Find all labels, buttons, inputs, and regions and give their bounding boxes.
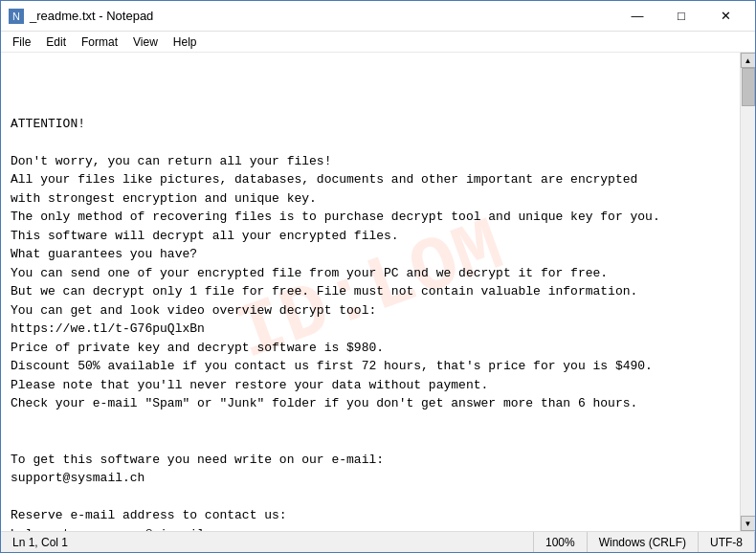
maximize-button[interactable]: □ <box>659 1 703 32</box>
status-line-ending: Windows (CRLF) <box>588 532 699 552</box>
app-icon: N <box>9 9 24 24</box>
status-bar: Ln 1, Col 1 100% Windows (CRLF) UTF-8 <box>1 531 755 552</box>
minimize-button[interactable]: — <box>615 1 659 32</box>
menu-format[interactable]: Format <box>74 33 125 51</box>
status-encoding: UTF-8 <box>699 532 755 552</box>
menu-edit[interactable]: Edit <box>38 33 74 51</box>
status-zoom: 100% <box>534 532 588 552</box>
scroll-down-arrow[interactable]: ▼ <box>741 516 756 531</box>
window-title: _readme.txt - Notepad <box>30 9 615 23</box>
vertical-scrollbar[interactable]: ▲ ▼ <box>740 53 755 531</box>
document-text: ATTENTION! Don't worry, you can return a… <box>11 115 730 532</box>
content-area: ID:LOM ATTENTION! Don't worry, you can r… <box>1 53 755 531</box>
menu-help[interactable]: Help <box>166 33 205 51</box>
scroll-track[interactable] <box>741 68 755 516</box>
text-editor[interactable]: ID:LOM ATTENTION! Don't worry, you can r… <box>1 53 740 531</box>
title-bar: N _readme.txt - Notepad — □ ✕ <box>1 1 755 32</box>
menu-view[interactable]: View <box>125 33 166 51</box>
window-controls: — □ ✕ <box>615 1 747 32</box>
scroll-thumb[interactable] <box>742 68 755 106</box>
close-button[interactable]: ✕ <box>703 1 747 32</box>
menu-bar: File Edit Format View Help <box>1 32 755 53</box>
scroll-up-arrow[interactable]: ▲ <box>741 53 756 68</box>
status-position: Ln 1, Col 1 <box>1 532 534 552</box>
menu-file[interactable]: File <box>5 33 38 51</box>
notepad-window: N _readme.txt - Notepad — □ ✕ File Edit … <box>0 0 756 553</box>
